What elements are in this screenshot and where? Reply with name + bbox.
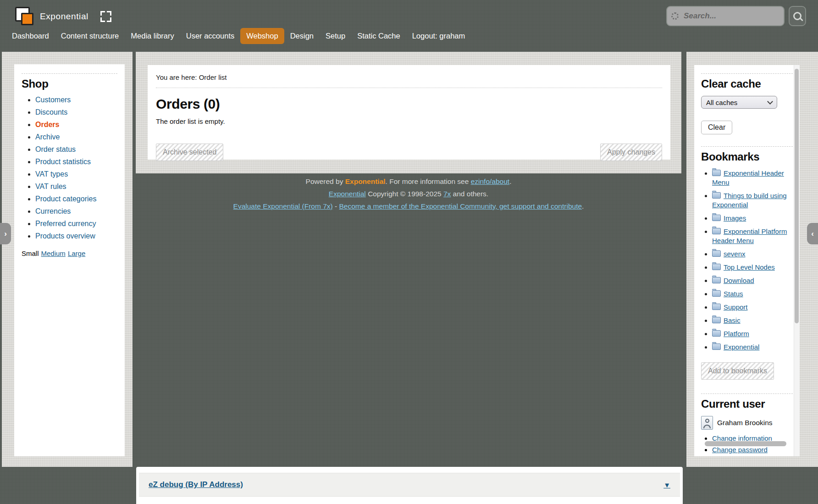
- nav-item[interactable]: User accounts: [180, 28, 240, 44]
- shop-menu-link[interactable]: Orders: [35, 121, 59, 128]
- expand-left-panel-handle[interactable]: ›: [0, 223, 11, 244]
- add-to-bookmarks-button[interactable]: Add to bookmarks: [701, 362, 774, 380]
- folder-icon: [712, 170, 721, 176]
- tools-panel: Clear cache All caches Clear Bookmarks E…: [694, 65, 800, 456]
- shop-menu-link[interactable]: VAT rules: [35, 183, 66, 190]
- app-title: Exponential: [40, 11, 88, 22]
- bookmark-link[interactable]: Exponential: [724, 343, 759, 351]
- cache-type-selected-value: All caches: [706, 99, 737, 106]
- footer-line-copyright: Exponential Copyright © 1998-2025 7x and…: [136, 188, 681, 200]
- search-button[interactable]: [789, 6, 806, 26]
- shop-menu-item: Currencies: [35, 207, 117, 216]
- size-option-link[interactable]: Large: [68, 249, 85, 257]
- bookmark-link[interactable]: Top Level Nodes: [724, 263, 775, 271]
- right-sidebar: Clear cache All caches Clear Bookmarks E…: [686, 52, 818, 467]
- clear-cache-button[interactable]: Clear: [701, 121, 732, 134]
- shop-menu-item: Products overview: [35, 232, 117, 240]
- nav-item[interactable]: Logout: graham: [406, 28, 471, 44]
- shop-menu-link[interactable]: VAT types: [35, 170, 68, 178]
- folder-icon: [712, 264, 721, 270]
- empty-message: The order list is empty.: [156, 117, 662, 125]
- shop-panel: Shop Customers Discounts Orders Archive: [14, 64, 125, 456]
- nav-item[interactable]: Setup: [320, 28, 351, 44]
- 7x-link[interactable]: 7x: [443, 190, 451, 198]
- divider: [701, 146, 793, 147]
- bookmark-link[interactable]: Images: [724, 214, 746, 222]
- nav-item[interactable]: Media library: [125, 28, 180, 44]
- cache-type-select[interactable]: All caches: [701, 96, 777, 109]
- bookmark-item: Platform: [712, 329, 793, 338]
- horizontal-scrollbar-thumb[interactable]: [705, 441, 786, 446]
- bookmark-item: Exponential Platform Header Menu: [712, 227, 793, 245]
- community-link[interactable]: Become a member of the Exponential Commu…: [339, 202, 582, 210]
- bookmark-link[interactable]: Support: [724, 303, 748, 311]
- folder-icon: [712, 192, 721, 199]
- bookmark-link[interactable]: sevenx: [724, 250, 746, 258]
- shop-menu-link[interactable]: Discounts: [35, 108, 67, 116]
- shop-panel-title: Shop: [22, 78, 117, 90]
- shop-menu-link[interactable]: Customers: [35, 96, 71, 104]
- current-user-name: Graham Brookins: [717, 419, 773, 427]
- folder-icon: [712, 228, 721, 234]
- size-option-link[interactable]: Medium: [41, 249, 66, 257]
- bookmark-link[interactable]: Things to build using Exponential: [712, 192, 787, 209]
- bookmark-link[interactable]: Exponential Platform Header Menu: [712, 227, 787, 244]
- evaluate-link[interactable]: Evaluate Exponential (From 7x): [233, 202, 333, 210]
- fullscreen-icon[interactable]: [100, 11, 111, 22]
- user-link[interactable]: Change password: [712, 446, 768, 454]
- apply-changes-button[interactable]: Apply changes: [600, 144, 662, 161]
- nav-item[interactable]: Dashboard: [6, 28, 55, 44]
- clear-cache-title: Clear cache: [701, 78, 793, 90]
- exponential-link[interactable]: Exponential: [329, 190, 366, 198]
- bookmark-link[interactable]: Download: [724, 277, 754, 284]
- bookmarks-list: Exponential Header Menu Things to build …: [701, 169, 793, 352]
- shop-menu-item: Archive: [35, 133, 117, 141]
- shop-menu-link[interactable]: Product statistics: [35, 158, 91, 166]
- search-input[interactable]: [666, 6, 785, 26]
- shop-menu-link[interactable]: Order status: [35, 145, 76, 153]
- ez-debug-link[interactable]: eZ debug (By IP Address): [149, 480, 243, 489]
- collapse-right-panel-handle[interactable]: ‹: [807, 223, 818, 244]
- shop-menu-item: Product categories: [35, 195, 117, 203]
- shop-menu-item: VAT rules: [35, 183, 117, 191]
- vertical-scrollbar[interactable]: [794, 65, 800, 456]
- shop-menu-link[interactable]: Archive: [35, 133, 60, 141]
- bookmark-item: Basic: [712, 316, 793, 325]
- bookmarks-title: Bookmarks: [701, 150, 793, 163]
- nav-item[interactable]: Content structure: [55, 28, 125, 44]
- folder-icon: [712, 250, 721, 257]
- debug-panel: eZ debug (By IP Address) ▼: [136, 467, 683, 504]
- order-list-panel: You are here: Order list Orders (0) The …: [148, 65, 670, 160]
- size-controls: SmallMediumLarge: [22, 249, 117, 257]
- bookmark-item: Top Level Nodes: [712, 263, 793, 272]
- shop-menu-link[interactable]: Product categories: [35, 195, 96, 203]
- bookmark-link[interactable]: Status: [724, 290, 743, 298]
- bookmark-item: Support: [712, 303, 793, 312]
- divider: [701, 393, 793, 394]
- left-sidebar: Shop Customers Discounts Orders Archive: [2, 52, 133, 467]
- bookmark-link[interactable]: Exponential Header Menu: [712, 169, 784, 186]
- nav-item[interactable]: Design: [284, 28, 320, 44]
- size-current: Small: [22, 249, 39, 257]
- app-logo[interactable]: Exponential: [15, 7, 111, 26]
- user-link-item: Change password: [712, 446, 793, 454]
- footer-line-powered: Powered by Exponential. For more informa…: [136, 175, 681, 188]
- shop-menu-link[interactable]: Currencies: [35, 207, 71, 215]
- vertical-scrollbar-thumb[interactable]: [795, 69, 799, 323]
- current-user-title: Current user: [701, 398, 793, 410]
- shop-menu-link[interactable]: Preferred currency: [35, 220, 96, 227]
- debug-collapse-toggle[interactable]: ▼: [663, 481, 670, 489]
- bookmark-link[interactable]: Platform: [724, 330, 749, 338]
- shop-menu-link[interactable]: Products overview: [35, 232, 95, 240]
- archive-selected-button[interactable]: Archive selected: [156, 144, 223, 161]
- bookmark-item: Status: [712, 289, 793, 299]
- shop-menu-item: Orders: [35, 121, 117, 129]
- user-avatar: [701, 416, 713, 430]
- breadcrumb: You are here: Order list: [156, 73, 662, 81]
- nav-item[interactable]: Webshop: [240, 28, 284, 44]
- bookmark-link[interactable]: Basic: [724, 316, 741, 324]
- folder-icon: [712, 215, 721, 221]
- nav-item[interactable]: Static Cache: [351, 28, 406, 44]
- page-title: Orders (0): [156, 96, 662, 112]
- ezinfo-about-link[interactable]: ezinfo/about: [471, 177, 509, 185]
